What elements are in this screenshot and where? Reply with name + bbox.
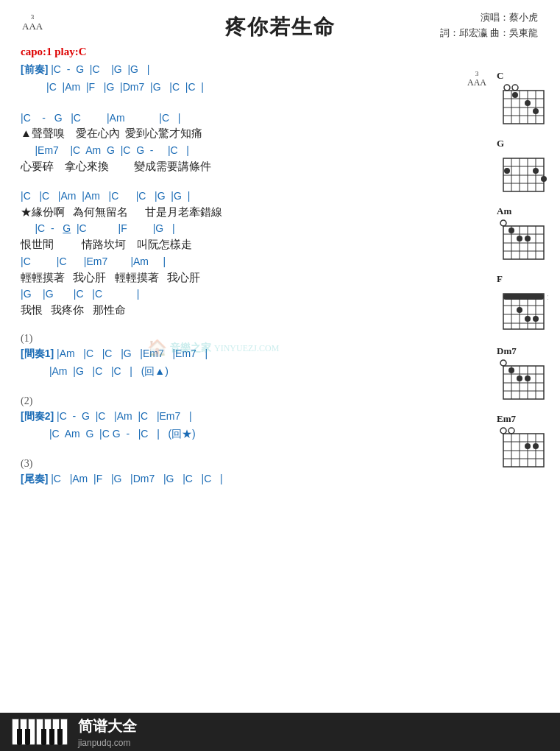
svg-point-62 [508, 428, 514, 434]
tri-mark-left: 3 [22, 13, 43, 21]
svg-rect-37 [503, 294, 544, 300]
bottom-bar: 简谱大全 jianpudq.com [0, 713, 560, 751]
chord-grid-C [498, 83, 548, 126]
svg-point-10 [512, 92, 518, 98]
svg-point-12 [533, 108, 539, 114]
interlude1-chord-2: |Am |G |C |C | (回▲) [21, 363, 539, 381]
verse1-lyric-2: 心要碎 拿心來換 變成需要講條件 [21, 158, 539, 175]
svg-point-21 [504, 168, 510, 174]
main-content: [前奏] |C - G |C |G |G | |C |Am |F |G |Dm7… [0, 61, 560, 487]
watermark-url: YINYUEZJ.COM [214, 343, 279, 354]
interlude2-chord-1: [間奏2] |C - G |C |Am |C |Em7 | [21, 408, 539, 426]
chord-grid-G [498, 151, 548, 194]
svg-point-35 [525, 236, 531, 241]
svg-point-46 [525, 316, 531, 322]
svg-point-61 [500, 428, 506, 434]
section-interlude1: [間奏1] |Am |C |C |G |Em7 |Em7 | |Am |G |C… [21, 345, 539, 381]
section-outro: [尾奏] |C |Am |F |G |Dm7 |G |C |C | [21, 470, 539, 488]
chord-diagram-Em7: Em7 [494, 413, 553, 472]
aaa-top-left: 3 AAA [22, 13, 43, 32]
verse2-chord-3: |C |C |Em7 |Am | [21, 253, 539, 271]
verse2-chord-2: |C - G |C |F |G | [21, 220, 539, 238]
interlude1-num: (1) [21, 333, 539, 345]
svg-point-34 [517, 236, 522, 241]
svg-point-33 [508, 228, 514, 233]
brand-name: 简谱大全 [78, 716, 137, 736]
piano-key-black [25, 729, 30, 745]
brand-block: 简谱大全 jianpudq.com [78, 716, 137, 748]
outro-chord-1: [尾奏] |C |Am |F |G |Dm7 |G |C |C | [21, 470, 539, 488]
svg-point-58 [508, 367, 514, 373]
page: 3 AAA 疼你若生命 演唱：蔡小虎 詞：邱宏瀛 曲：吳東龍 capo:1 pl… [0, 0, 560, 751]
tri-mark-right: 3 [467, 70, 486, 77]
piano-key-black [41, 729, 46, 745]
svg-point-47 [533, 316, 539, 322]
chord-diagram-F: F 1 [494, 273, 553, 336]
verse2-chord-1: |C |C |Am |Am |C |C |G |G | [21, 188, 539, 205]
svg-point-0 [504, 85, 510, 91]
verse2-lyric-3: 輕輕摸著 我心肝 輕輕摸著 我心肝 [21, 269, 539, 286]
interlude1-chord-1: [間奏1] |Am |C |C |G |Em7 |Em7 | [21, 345, 539, 363]
chord-diagram-Dm7: Dm7 [494, 345, 553, 404]
aaa-right: 3 AAA [467, 70, 486, 88]
chord-diagrams: C [494, 70, 553, 481]
piano-icon [12, 719, 68, 745]
chord-diagram-C: C [494, 70, 553, 129]
svg-point-72 [533, 443, 539, 449]
verse2-lyric-1: ★緣份啊 為何無留名 甘是月老牽錯線 [21, 204, 539, 221]
performer: 演唱：蔡小虎 [440, 10, 538, 26]
verse1-chord-1: |C - G |C |Am |C | [21, 110, 539, 127]
chord-grid-Dm7 [498, 359, 548, 401]
svg-text:1: 1 [547, 294, 548, 301]
lyricist: 詞：邱宏瀛 曲：吳東龍 [440, 26, 538, 41]
outro-num: (3) [21, 458, 539, 470]
brand-url: jianpudq.com [78, 738, 137, 748]
chord-grid-F: 1 [498, 286, 548, 334]
chord-diagram-G: G [494, 138, 553, 197]
svg-point-60 [525, 376, 531, 381]
piano-key-black [57, 729, 63, 745]
svg-point-11 [525, 100, 531, 106]
prelude-chord-2: |C |Am |F |G |Dm7 |G |C |C | [21, 79, 539, 96]
svg-point-49 [500, 360, 506, 366]
svg-point-22 [533, 168, 539, 174]
svg-point-59 [517, 376, 522, 381]
interlude2-num: (2) [21, 395, 539, 407]
verse2-lyric-2: 恨世間 情路坎坷 叫阮怎樣走 [21, 236, 539, 253]
svg-point-45 [517, 307, 522, 313]
header: 3 AAA 疼你若生命 演唱：蔡小虎 詞：邱宏瀛 曲：吳東龍 [0, 0, 560, 41]
section-verse1: |C - G |C |Am |C | ▲聲聲嗅 愛在心內 愛到心驚才知痛 |Em… [21, 110, 539, 175]
capo-line: capo:1 play:C [0, 46, 560, 58]
section-verse2: |C |C |Am |Am |C |C |G |G | ★緣份啊 為何無留名 甘… [21, 188, 539, 318]
song-info: 演唱：蔡小虎 詞：邱宏瀛 曲：吳東龍 [440, 10, 538, 41]
section-prelude: [前奏] |C - G |C |G |G | |C |Am |F |G |Dm7… [21, 61, 539, 96]
watermark: 🏠 音樂之家 YINYUEZJ.COM [147, 339, 279, 358]
chord-grid-Am [498, 219, 548, 261]
piano-key-black [17, 729, 22, 745]
svg-point-71 [525, 443, 531, 449]
watermark-text: 音樂之家 [170, 342, 211, 355]
svg-point-24 [500, 220, 506, 226]
chord-grid-Em7 [498, 426, 548, 469]
svg-point-23 [541, 176, 547, 182]
interlude2-chord-2: |C Am G |C G - |C | (回★) [21, 426, 539, 443]
watermark-house-icon: 🏠 [147, 339, 167, 358]
verse1-chord-2: |Em7 |C Am G |C G - |C | [21, 142, 539, 160]
svg-point-1 [512, 85, 518, 91]
chord-diagram-Am: Am [494, 205, 553, 264]
verse1-lyric-1: ▲聲聲嗅 愛在心內 愛到心驚才知痛 [21, 125, 539, 142]
prelude-chord-1: [前奏] |C - G |C |G |G | [21, 61, 539, 79]
verse2-lyric-4: 我恨 我疼你 那性命 [21, 302, 539, 319]
verse2-chord-4: |G |G |C |C | [21, 286, 539, 303]
section-interlude2: [間奏2] |C - G |C |Am |C |Em7 | |C Am G |C… [21, 408, 539, 443]
piano-key-black [49, 729, 54, 745]
